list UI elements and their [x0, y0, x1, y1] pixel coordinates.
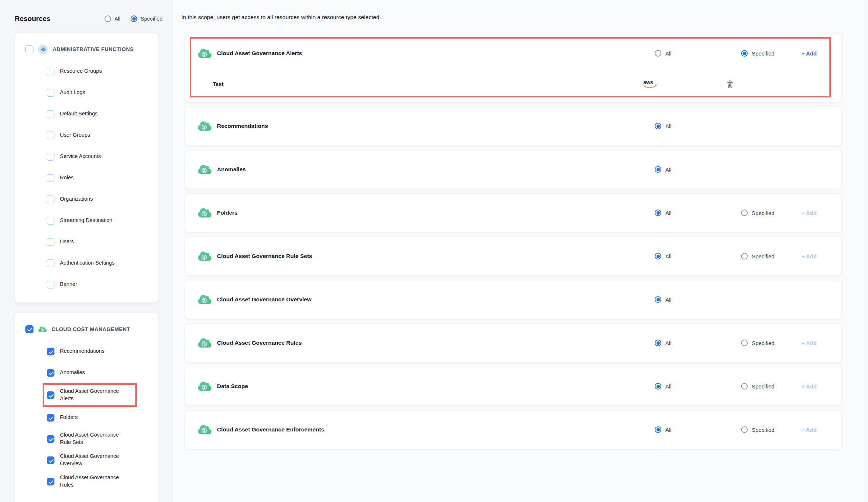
item-label: User Groups: [60, 132, 90, 139]
item-checkbox[interactable]: [47, 174, 54, 182]
cloud-dollar-icon: [198, 294, 211, 305]
item-checkbox[interactable]: [47, 196, 54, 203]
row-specified-label: Specified: [752, 50, 775, 57]
row-all-radio[interactable]: [655, 50, 661, 57]
resource-row-cloud-asset-governance-rules: Cloud Asset Governance Rules All Specifi…: [185, 323, 842, 362]
row-all-option[interactable]: All: [655, 194, 672, 232]
cloud-dollar-icon: [198, 251, 211, 262]
row-specified-option[interactable]: Specified: [741, 324, 775, 362]
delete-resource-icon[interactable]: [726, 80, 734, 89]
item-label: Recommendations: [60, 348, 104, 355]
sidebar-item-users: Users: [47, 231, 153, 252]
row-all-option[interactable]: All: [655, 367, 672, 405]
scrollbar-track[interactable]: [865, 0, 868, 502]
row-all-label: All: [665, 50, 672, 57]
add-button[interactable]: + Add: [801, 340, 817, 346]
row-all-option[interactable]: All: [655, 280, 672, 319]
row-all-radio[interactable]: [655, 296, 661, 303]
item-checkbox[interactable]: [47, 238, 54, 246]
row-all-radio[interactable]: [655, 426, 661, 433]
item-label: Folders: [60, 414, 78, 421]
add-button[interactable]: + Add: [801, 427, 817, 433]
item-checkbox[interactable]: [47, 435, 54, 443]
sidebar-item-cloud-asset-governance-rule-sets: Cloud Asset Governance Rule Sets: [47, 428, 153, 449]
group-card-cloud-cost-management: CLOUD COST MANAGEMENT Recommendations An…: [15, 312, 159, 502]
row-all-radio[interactable]: [655, 209, 661, 216]
scope-specified-radio[interactable]: [131, 15, 137, 22]
resource-type-list: Cloud Asset Governance Alerts All Specif…: [185, 33, 842, 449]
item-checkbox[interactable]: [47, 132, 54, 139]
row-specified-option[interactable]: Specified: [741, 33, 775, 73]
group-header: ADMINISTRATIVE FUNCTIONS: [25, 41, 153, 58]
row-specified-radio[interactable]: [741, 340, 748, 346]
group-card-administrative-functions: ADMINISTRATIVE FUNCTIONS Resource Groups…: [15, 32, 159, 303]
item-checkbox[interactable]: [47, 456, 54, 464]
row-specified-radio[interactable]: [741, 426, 748, 433]
item-checkbox[interactable]: [47, 369, 54, 377]
resource-row-folders: Folders All Specified + Add: [185, 193, 842, 232]
group-checkbox[interactable]: [25, 45, 33, 53]
cloud-dollar-icon: [198, 338, 211, 348]
item-checkbox[interactable]: [47, 153, 54, 161]
row-specified-radio[interactable]: [741, 209, 748, 216]
cloud-dollar-icon: [198, 48, 211, 59]
row-specified-radio[interactable]: [741, 253, 748, 259]
item-checkbox[interactable]: [47, 281, 54, 288]
add-button[interactable]: + Add: [801, 383, 817, 390]
group-label: ADMINISTRATIVE FUNCTIONS: [53, 46, 134, 52]
row-all-radio[interactable]: [655, 166, 661, 173]
row-all-option[interactable]: All: [655, 324, 672, 362]
group-checkbox[interactable]: [25, 325, 33, 333]
group-header: CLOUD COST MANAGEMENT: [25, 321, 153, 338]
row-all-label: All: [665, 253, 672, 259]
row-all-label: All: [665, 166, 672, 173]
add-button[interactable]: + Add: [801, 253, 817, 259]
item-label: Organizations: [60, 196, 93, 203]
scope-all-option[interactable]: All: [104, 15, 120, 22]
resource-row-recommendations: Recommendations All: [185, 107, 842, 146]
item-checkbox[interactable]: [47, 478, 54, 485]
row-specified-option[interactable]: Specified: [741, 194, 775, 232]
add-button[interactable]: + Add: [801, 210, 817, 216]
row-specified-option[interactable]: Specified: [741, 367, 775, 405]
add-button[interactable]: + Add: [801, 50, 817, 57]
row-all-label: All: [665, 297, 672, 303]
row-all-option[interactable]: All: [655, 237, 672, 275]
item-checkbox[interactable]: [47, 217, 54, 225]
row-all-option[interactable]: All: [655, 150, 672, 189]
item-label: Cloud Asset Governance Rules: [60, 474, 120, 488]
row-all-option[interactable]: All: [655, 33, 672, 73]
sidebar-item-default-settings: Default Settings: [47, 103, 153, 125]
resource-type-name: Cloud Asset Governance Rules: [217, 340, 302, 346]
item-label: Streaming Destination: [60, 217, 113, 224]
row-all-radio[interactable]: [655, 253, 661, 259]
resource-row-data-scope: Data Scope All Specified + Add: [185, 367, 842, 406]
sidebar-item-service-accounts: Service Accounts: [47, 146, 153, 167]
item-checkbox[interactable]: [47, 348, 54, 355]
sidebar-item-audit-logs: Audit Logs: [47, 82, 153, 103]
scope-specified-option[interactable]: Specified: [131, 15, 163, 22]
row-specified-option[interactable]: Specified: [741, 237, 775, 275]
row-all-option[interactable]: All: [655, 410, 672, 449]
row-all-radio[interactable]: [655, 340, 661, 346]
item-checkbox[interactable]: [47, 110, 54, 118]
item-label: Anomalies: [60, 369, 85, 376]
row-specified-radio[interactable]: [741, 50, 748, 57]
cloud-dollar-icon: [198, 208, 211, 218]
row-all-radio[interactable]: [655, 123, 661, 129]
item-checkbox[interactable]: [47, 259, 54, 267]
row-all-label: All: [665, 340, 672, 346]
row-specified-option[interactable]: Specified: [741, 410, 775, 449]
resource-row-cloud-asset-governance-enforcements: Cloud Asset Governance Enforcements All …: [185, 410, 842, 449]
item-label: Audit Logs: [60, 89, 85, 96]
row-all-option[interactable]: All: [655, 107, 672, 145]
row-specified-radio[interactable]: [741, 383, 748, 390]
resource-type-name: Cloud Asset Governance Rule Sets: [217, 253, 312, 259]
row-all-radio[interactable]: [655, 383, 661, 390]
item-checkbox[interactable]: [47, 89, 54, 97]
item-checkbox[interactable]: [47, 414, 54, 422]
item-checkbox[interactable]: [47, 68, 54, 75]
scope-all-radio[interactable]: [104, 15, 111, 22]
resources-sidebar: Resources All Specified ADMINISTRATIVE F…: [0, 0, 173, 502]
item-checkbox[interactable]: [47, 391, 54, 399]
